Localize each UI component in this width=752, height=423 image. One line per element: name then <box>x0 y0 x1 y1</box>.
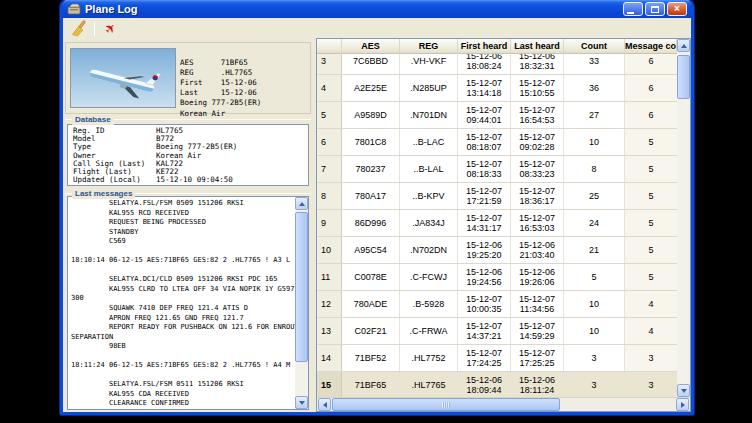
table-row[interactable]: 5 A9589D .N701DN 15-12-07 09:44:01 <box>317 102 677 129</box>
cell-rownum: 15 <box>317 372 342 397</box>
plane-log-window: Plane Log × ✈ <box>60 0 694 415</box>
first-heard-time: 18:08:24 <box>466 61 501 71</box>
last-heard-time: 08:33:23 <box>519 169 554 179</box>
last-heard-date: 15-12-07 <box>519 213 555 223</box>
scroll-left-button[interactable] <box>318 398 331 411</box>
last-heard-date: 15-12-06 <box>519 240 555 250</box>
last-messages-group-label: Last messages <box>72 188 135 199</box>
scroll-up-button[interactable] <box>295 197 308 210</box>
cell-count: 36 <box>564 75 625 101</box>
minimize-icon <box>627 12 634 14</box>
table-row[interactable]: 14 71BF52 .HL7752 15-12-07 17:24:25 <box>317 345 677 372</box>
first-heard-time: 18:09:44 <box>466 385 501 395</box>
cell-last-heard: 15-12-07 16:54:53 <box>511 102 564 128</box>
last-heard-time: 11:34:56 <box>520 304 554 314</box>
database-row: Reg. ID HL7765 <box>68 127 308 135</box>
cell-first-heard: 15-12-07 08:18:33 <box>458 156 511 182</box>
cell-last-heard: 15-12-06 19:26:06 <box>511 264 564 290</box>
cell-message-count: 4 <box>625 291 677 317</box>
table-row[interactable]: 7 780237 ..B-LAL 15-12-07 08:18:33 <box>317 156 677 183</box>
table-row[interactable]: 9 86D996 .JA834J 15-12-07 14:31:17 <box>317 210 677 237</box>
title-bar[interactable]: Plane Log × <box>63 0 691 18</box>
last-heard-date: 15-12-07 <box>519 159 555 169</box>
table-row[interactable]: 3 7C6BBD .VH-VKF 15-12-06 18:08:24 <box>317 54 677 75</box>
arrow-up-icon <box>299 202 305 206</box>
cell-count: 33 <box>564 54 625 74</box>
table-row[interactable]: 15 71BF65 .HL7765 15-12-06 18:09:44 <box>317 372 677 397</box>
minimize-button[interactable] <box>623 2 643 16</box>
cell-last-heard: 15-12-06 18:32:31 <box>511 54 564 74</box>
cell-message-count: 5 <box>625 264 677 290</box>
database-field-value: HL7765 <box>156 127 308 135</box>
cell-reg: ..B-KPV <box>400 183 458 209</box>
table-horizontal-scrollbar[interactable] <box>317 397 690 411</box>
messages-textarea[interactable]: SELATYA.FSL/FSM 0509 151206 RKSI KAL955 … <box>67 196 309 410</box>
scroll-down-button[interactable] <box>295 396 308 409</box>
table-row[interactable]: 4 A2E25E .N285UP 15-12-07 13:14:18 <box>317 75 677 102</box>
maximize-button[interactable] <box>645 2 665 16</box>
cell-last-heard: 15-12-07 18:36:17 <box>511 183 564 209</box>
header-count[interactable]: Count <box>564 39 625 54</box>
cell-first-heard: 15-12-07 17:21:59 <box>458 183 511 209</box>
table-row[interactable]: 8 780A17 ..B-KPV 15-12-07 17:21:59 <box>317 183 677 210</box>
cell-count: 21 <box>564 237 625 263</box>
first-heard-time: 10:00:35 <box>466 304 501 314</box>
cell-rownum: 9 <box>317 210 342 236</box>
cell-message-count: 5 <box>625 237 677 263</box>
table-row[interactable]: 6 7801C8 ..B-LAC 15-12-07 08:18:07 <box>317 129 677 156</box>
clear-log-button[interactable] <box>68 19 90 38</box>
cell-message-count: 5 <box>625 156 677 182</box>
cell-count: 25 <box>564 183 625 209</box>
cell-rownum: 11 <box>317 264 342 290</box>
table-row[interactable]: 11 C0078E .C-FCWJ 15-12-06 19:24:56 <box>317 264 677 291</box>
scrollbar-thumb[interactable] <box>295 212 308 362</box>
cell-first-heard: 15-12-07 14:31:17 <box>458 210 511 236</box>
arrow-left-icon <box>323 402 327 408</box>
table-row[interactable]: 13 C02F21 .C-FRWA 15-12-07 14:37:21 <box>317 318 677 345</box>
last-heard-date: 15-12-07 <box>519 105 555 115</box>
header-reg[interactable]: REG <box>400 39 458 54</box>
close-button[interactable]: × <box>667 2 687 16</box>
cell-last-heard: 15-12-06 18:11:24 <box>511 372 564 397</box>
cell-rownum: 8 <box>317 183 342 209</box>
cell-message-count: 6 <box>625 102 677 128</box>
header-last-heard[interactable]: Last heard <box>511 39 564 54</box>
cell-first-heard: 15-12-06 19:24:56 <box>458 264 511 290</box>
aircraft-info-panel: AES 71BF65 REG .HL7765 First 15-12-06 La… <box>65 42 311 114</box>
table-body: 3 7C6BBD .VH-VKF 15-12-06 18:08:24 <box>317 54 677 397</box>
header-rownum[interactable] <box>317 39 342 54</box>
cell-reg: .JA834J <box>400 210 458 236</box>
scroll-up-button[interactable] <box>677 39 690 52</box>
cell-message-count: 6 <box>625 54 677 74</box>
toolbar-separator <box>94 22 95 36</box>
cell-count: 3 <box>564 372 625 397</box>
table-row[interactable]: 10 A95C54 .N702DN 15-12-06 19:25:20 <box>317 237 677 264</box>
header-first-heard[interactable]: First heard <box>458 39 511 54</box>
table-vertical-scrollbar[interactable] <box>677 39 690 397</box>
header-message-count[interactable]: Message count <box>625 39 677 54</box>
aircraft-photo <box>70 48 176 108</box>
plane-filter-button[interactable]: ✈ <box>99 19 121 38</box>
database-panel: Reg. ID HL7765 Model B772 Type Boeing 77… <box>67 124 309 186</box>
scroll-right-button[interactable] <box>676 398 689 411</box>
cell-rownum: 4 <box>317 75 342 101</box>
scroll-down-button[interactable] <box>677 384 690 397</box>
scrollbar-thumb[interactable] <box>677 55 690 99</box>
app-icon <box>67 3 81 16</box>
cell-message-count: 3 <box>625 345 677 371</box>
last-heard-date: 15-12-07 <box>519 186 555 196</box>
arrow-down-icon <box>299 401 305 405</box>
first-heard-date: 15-12-07 <box>466 294 502 304</box>
scrollbar-thumb[interactable] <box>332 398 560 411</box>
aircraft-summary-text: AES 71BF65 REG .HL7765 First 15-12-06 La… <box>180 58 261 119</box>
last-heard-date: 15-12-06 <box>519 54 555 61</box>
cell-rownum: 13 <box>317 318 342 344</box>
table-row[interactable]: 12 780ADE .B-5928 15-12-07 10:00:35 <box>317 291 677 318</box>
first-heard-date: 15-12-07 <box>466 213 502 223</box>
cell-aes: 71BF52 <box>342 345 400 371</box>
header-aes[interactable]: AES <box>342 39 400 54</box>
first-heard-date: 15-12-06 <box>466 375 502 385</box>
messages-scrollbar[interactable] <box>295 197 308 409</box>
arrow-down-icon <box>681 389 687 393</box>
cell-last-heard: 15-12-07 11:34:56 <box>511 291 564 317</box>
